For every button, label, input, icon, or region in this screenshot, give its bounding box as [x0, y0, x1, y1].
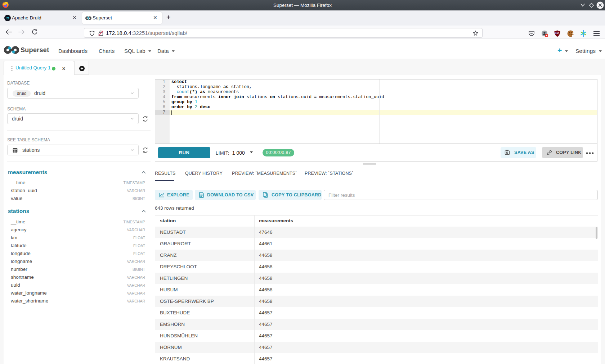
svg-text:UO: UO — [555, 32, 559, 35]
